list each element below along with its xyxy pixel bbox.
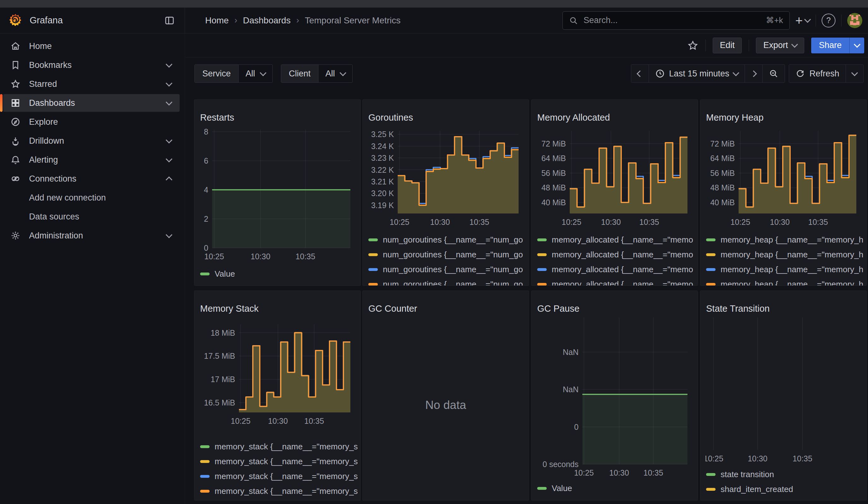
- share-button[interactable]: Share: [811, 38, 849, 53]
- export-button[interactable]: Export: [756, 38, 804, 53]
- refresh-button[interactable]: Refresh: [789, 65, 846, 82]
- panel-title[interactable]: Memory Allocated: [537, 112, 610, 123]
- legend-item[interactable]: memory_heap {__name__="memory_h: [706, 233, 864, 247]
- legend-item[interactable]: num_goroutines {__name__="num_go: [368, 233, 526, 247]
- legend-item[interactable]: num_goroutines {__name__="num_go: [368, 247, 526, 262]
- add-button[interactable]: +: [795, 14, 810, 27]
- legend-item[interactable]: memory_allocated {__name__="memo: [537, 262, 695, 277]
- panel-title[interactable]: GC Pause: [537, 304, 579, 314]
- legend-item[interactable]: memory_allocated {__name__="memo: [537, 247, 695, 262]
- user-avatar[interactable]: [847, 13, 862, 28]
- legend-item[interactable]: memory_heap {__name__="memory_h: [706, 262, 864, 277]
- panel-title[interactable]: Goroutines: [368, 112, 413, 123]
- chevron-down-icon[interactable]: [166, 99, 172, 105]
- help-button[interactable]: ?: [822, 13, 836, 28]
- legend-item[interactable]: memory_allocated {__name__="memo: [537, 277, 695, 286]
- search-input[interactable]: [583, 15, 761, 25]
- breadcrumb-home[interactable]: Home: [205, 16, 229, 25]
- refresh-icon: [795, 69, 805, 78]
- panel-title[interactable]: Memory Heap: [706, 112, 764, 123]
- legend-item[interactable]: memory_stack {__name__="memory_s: [200, 484, 358, 498]
- sidebar-item-label: Add new connection: [29, 193, 106, 203]
- svg-text:10:35: 10:35: [639, 218, 659, 226]
- sidebar-item-alerting[interactable]: Alerting: [3, 151, 179, 169]
- legend-item[interactable]: Value: [537, 481, 695, 496]
- state_transition-plot[interactable]: 10:2510:3010:35: [705, 316, 862, 464]
- top-navbar: Grafana Home › Dashboards › Temporal Ser…: [0, 8, 868, 33]
- chevron-down-icon[interactable]: [166, 137, 172, 143]
- chevron-down-icon[interactable]: [166, 156, 172, 162]
- memory_stack-plot[interactable]: 16.5 MiB17 MiB17.5 MiB18 MiB10:2510:3010…: [199, 322, 356, 426]
- breadcrumb-dashboards[interactable]: Dashboards: [243, 16, 291, 25]
- time-shift-back-button[interactable]: [631, 65, 649, 82]
- gc_pause-plot[interactable]: 0 seconds0NaNNaN10:2510:3010:35: [537, 316, 693, 478]
- legend-item[interactable]: Value: [200, 267, 358, 281]
- sidebar-item-explore[interactable]: Explore: [3, 113, 179, 131]
- chevron-down-icon[interactable]: [166, 61, 172, 68]
- breadcrumb-separator-icon: ›: [235, 16, 237, 25]
- dashboard-content: Service All Client All: [185, 58, 868, 504]
- svg-text:10:35: 10:35: [643, 468, 663, 477]
- restarts-plot[interactable]: 0246810:2510:3010:35: [199, 127, 356, 262]
- window-chrome-strip: [0, 0, 868, 8]
- legend-item[interactable]: memory_heap {__name__="memory_h: [706, 277, 864, 286]
- legend-label: num_goroutines {__name__="num_go: [383, 250, 523, 260]
- legend-swatch: [537, 283, 547, 286]
- sidebar-item-drilldown[interactable]: Drilldown: [3, 132, 179, 150]
- star-icon[interactable]: [687, 40, 699, 51]
- no-data-message: No data: [363, 310, 529, 500]
- search-box[interactable]: ⌘+k: [562, 11, 790, 30]
- svg-text:17.5 MiB: 17.5 MiB: [204, 351, 235, 360]
- panel-title[interactable]: Memory Stack: [200, 304, 259, 314]
- legend-item[interactable]: num_goroutines {__name__="num_go: [368, 262, 526, 277]
- svg-text:40 MiB: 40 MiB: [710, 198, 735, 207]
- chevron-down-icon[interactable]: [166, 80, 172, 86]
- goroutines-plot[interactable]: 3.19 K3.20 K3.21 K3.22 K3.23 K3.24 K3.25…: [368, 129, 524, 227]
- service-select[interactable]: All: [238, 65, 272, 82]
- sidebar-item-administration[interactable]: Administration: [3, 227, 179, 245]
- chevron-up-icon[interactable]: [166, 176, 172, 183]
- breadcrumb-separator-icon: ›: [296, 16, 299, 25]
- grafana-logo-icon[interactable]: [8, 13, 23, 28]
- legend-swatch: [706, 488, 715, 491]
- legend-item[interactable]: memory_stack {__name__="memory_s: [200, 469, 358, 484]
- svg-text:6: 6: [204, 156, 208, 165]
- sidebar-item-label: Home: [29, 41, 52, 51]
- sidebar-item-dashboards[interactable]: Dashboards: [3, 94, 179, 112]
- legend-item[interactable]: memory_heap {__name__="memory_h: [706, 247, 864, 262]
- question-icon: ?: [826, 16, 831, 25]
- zoom-out-icon: [769, 69, 778, 78]
- sidebar-collapse-icon[interactable]: [163, 13, 176, 28]
- legend-item[interactable]: memory_allocated {__name__="memo: [537, 233, 695, 247]
- panel-title[interactable]: State Transition: [706, 304, 770, 314]
- legend-item[interactable]: shard_item_created: [706, 482, 864, 497]
- time-shift-forward-button[interactable]: [745, 65, 762, 82]
- svg-text:10:30: 10:30: [268, 416, 288, 425]
- drilldown-icon: [10, 136, 21, 146]
- memory_heap-plot[interactable]: 40 MiB48 MiB56 MiB64 MiB72 MiB10:2510:30…: [705, 129, 862, 227]
- sidebar-item-label: Dashboards: [29, 98, 75, 108]
- zoom-out-button[interactable]: [762, 65, 785, 82]
- svg-text:NaN: NaN: [563, 348, 579, 357]
- sidebar-item-connections[interactable]: Connections: [3, 170, 179, 187]
- sidebar-item-home[interactable]: Home: [3, 37, 179, 55]
- chevron-down-icon[interactable]: [166, 232, 172, 238]
- legend: memory_stack {__name__="memory_smemory_s…: [200, 439, 358, 498]
- sidebar-item-data-sources[interactable]: Data sources: [3, 208, 179, 225]
- time-range-button[interactable]: Last 15 minutes: [649, 65, 745, 82]
- share-dropdown-button[interactable]: [850, 38, 864, 53]
- legend-item[interactable]: num_goroutines {__name__="num_go: [368, 277, 526, 286]
- time-controls: Last 15 minutes Refresh: [631, 64, 864, 83]
- edit-button[interactable]: Edit: [713, 38, 742, 53]
- client-select[interactable]: All: [318, 65, 352, 82]
- refresh-interval-button[interactable]: [846, 65, 863, 82]
- sidebar-item-bookmarks[interactable]: Bookmarks: [3, 56, 179, 74]
- memory_allocated-plot[interactable]: 40 MiB48 MiB56 MiB64 MiB72 MiB10:2510:30…: [537, 129, 693, 227]
- panel-title[interactable]: Restarts: [200, 112, 234, 123]
- legend-item[interactable]: state transition: [706, 467, 864, 482]
- legend-item[interactable]: memory_stack {__name__="memory_s: [200, 454, 358, 469]
- sidebar: Home Bookmarks Starred Dashboards: [0, 33, 185, 504]
- sidebar-item-add-new-connection[interactable]: Add new connection: [3, 189, 179, 207]
- legend-item[interactable]: memory_stack {__name__="memory_s: [200, 439, 358, 454]
- sidebar-item-starred[interactable]: Starred: [3, 75, 179, 93]
